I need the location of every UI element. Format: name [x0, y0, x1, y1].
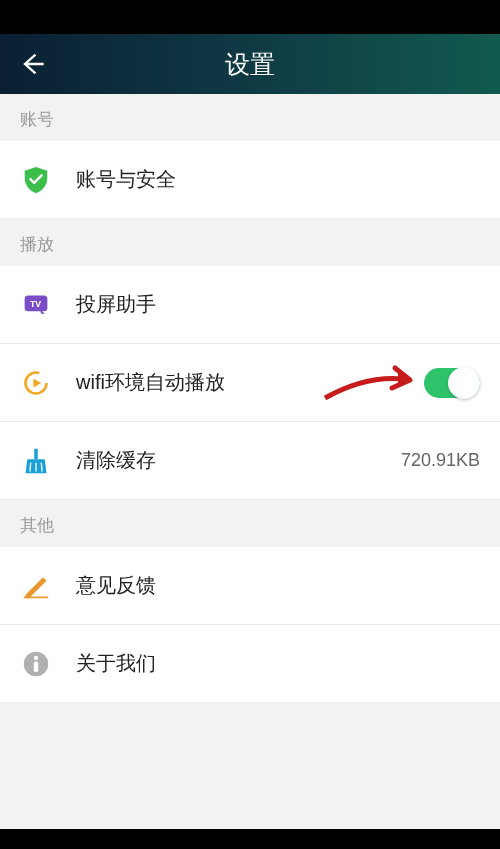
- row-about[interactable]: 关于我们: [0, 625, 500, 703]
- section-header-other: 其他: [0, 500, 500, 547]
- toggle-knob: [448, 367, 480, 399]
- cache-size-value: 720.91KB: [401, 450, 480, 471]
- page-title: 设置: [225, 48, 275, 81]
- section-header-account: 账号: [0, 94, 500, 141]
- section-header-playback: 播放: [0, 219, 500, 266]
- svg-rect-7: [24, 596, 49, 598]
- row-cast-helper[interactable]: TV 投屏助手: [0, 266, 500, 344]
- autoplay-icon: [20, 367, 52, 399]
- row-wifi-autoplay: wifi环境自动播放: [0, 344, 500, 422]
- svg-line-4: [30, 462, 31, 471]
- status-bar: [0, 0, 500, 34]
- row-label: 账号与安全: [76, 166, 480, 193]
- row-label: 关于我们: [76, 650, 480, 677]
- info-icon: [20, 648, 52, 680]
- shield-icon: [20, 164, 52, 196]
- svg-rect-3: [34, 448, 38, 459]
- pencil-icon: [20, 570, 52, 602]
- app-header: 设置: [0, 34, 500, 94]
- back-button[interactable]: [8, 34, 56, 94]
- row-label: 清除缓存: [76, 447, 401, 474]
- bottom-bar: [0, 829, 500, 849]
- svg-line-6: [41, 462, 42, 471]
- row-label: 投屏助手: [76, 291, 480, 318]
- wifi-autoplay-toggle[interactable]: [424, 368, 480, 398]
- svg-point-9: [34, 655, 38, 659]
- svg-text:TV: TV: [30, 298, 41, 308]
- svg-rect-10: [34, 661, 38, 672]
- broom-icon: [20, 445, 52, 477]
- row-label: wifi环境自动播放: [76, 369, 424, 396]
- cast-icon: TV: [20, 289, 52, 321]
- row-label: 意见反馈: [76, 572, 480, 599]
- row-clear-cache[interactable]: 清除缓存 720.91KB: [0, 422, 500, 500]
- arrow-left-icon: [18, 50, 46, 78]
- row-account-security[interactable]: 账号与安全: [0, 141, 500, 219]
- row-feedback[interactable]: 意见反馈: [0, 547, 500, 625]
